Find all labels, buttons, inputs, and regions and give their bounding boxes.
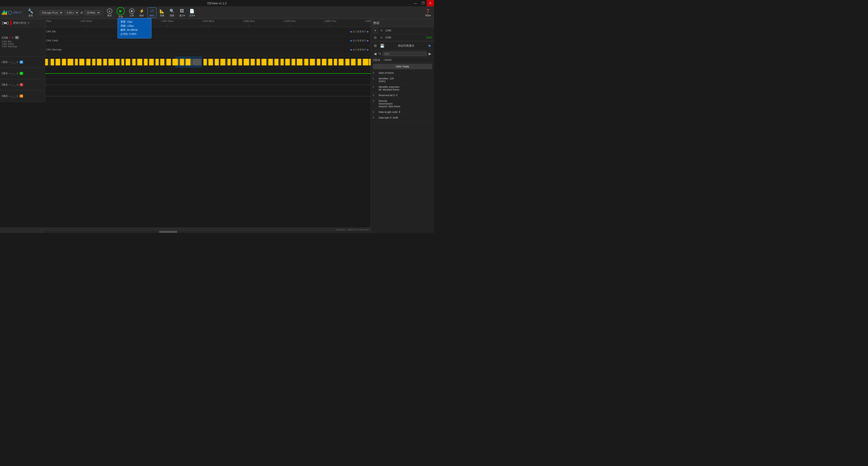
svg-rect-103 — [344, 59, 345, 65]
search-input[interactable] — [383, 52, 427, 56]
svg-rect-16 — [85, 59, 86, 65]
can-number: 0 — [12, 36, 13, 39]
measure-button[interactable]: 📐 测量 — [158, 8, 166, 18]
field-entry-0[interactable]: 0Start of frame — [371, 70, 434, 76]
field-value-2: Identifier extension bit: standard frame — [379, 86, 432, 91]
can-bits-zoom[interactable]: ◀ 放大查看细节 ▶ — [350, 30, 371, 33]
trigger-button[interactable]: ⚡ 触发 — [137, 8, 146, 18]
svg-rect-8 — [61, 59, 61, 65]
maximize-button[interactable]: ❐ — [419, 0, 427, 6]
field-entry-1[interactable]: 1Identifier: 129 (0x81) — [371, 76, 434, 84]
right-panel: 协议 + ✕ CAN ⚙ ✕ CAN 100% ⚙ 💾 协议列表显示 ➤ ◀ ▶… — [371, 19, 434, 233]
device-select[interactable]: DSLogic PLus — [39, 10, 63, 15]
svg-rect-78 — [268, 59, 273, 65]
protocol-entry-1-name: CAN — [385, 29, 432, 32]
protocol-title: 协议 — [373, 21, 379, 25]
top-label-area: 逻辑分析仪 ▼ — [0, 19, 45, 27]
field-entry-4[interactable]: 4Remote transmission request: data frame — [371, 98, 434, 109]
freq-select[interactable]: 20 MHz — [84, 10, 101, 15]
field-idx-4: 4 — [373, 99, 376, 108]
ruler: +1306.70ms+1307.00ms+1307.29ms+1307.59ms… — [45, 19, 371, 27]
ch1-wave-svg — [45, 57, 371, 68]
download-button[interactable]: 模式 — [105, 8, 114, 18]
svg-rect-104 — [345, 59, 349, 65]
field-entry-3[interactable]: 3Reserved bit 0: 0 — [371, 92, 434, 98]
search-button[interactable]: 🔍 搜索 — [168, 8, 176, 18]
svg-rect-74 — [256, 59, 260, 65]
ch3-line — [45, 85, 371, 85]
list-save-button[interactable]: 💾 — [379, 43, 385, 49]
can-bits-row: CAN: Bits ◀ 放大查看细节 ▶ — [45, 27, 371, 36]
svg-rect-28 — [120, 59, 121, 65]
svg-rect-70 — [244, 59, 249, 65]
can-fields-tab[interactable]: CAN: Fields — [373, 64, 432, 69]
close-button[interactable]: ✕ — [427, 0, 434, 6]
can-close-button[interactable]: ✕ — [379, 35, 384, 40]
close-protocol-button[interactable]: ✕ — [379, 28, 384, 33]
minimize-button[interactable]: — — [412, 0, 419, 6]
svg-rect-32 — [131, 59, 132, 65]
svg-rect-92 — [310, 59, 315, 65]
can-d-badge: D — [15, 36, 19, 39]
can-warnings-zoom[interactable]: ◀ 放大查看细节 ▶ — [350, 48, 371, 51]
field-entry-5[interactable]: 5Data length code: 8 — [371, 109, 434, 115]
can-fields-zoom[interactable]: ◀ 放大查看细节 ▶ — [350, 39, 371, 42]
svg-rect-18 — [91, 59, 92, 65]
hscroll-thumb[interactable] — [159, 231, 177, 233]
ruler-label-8: +1309.07ms — [364, 20, 371, 22]
can-red-dot — [9, 37, 11, 38]
svg-rect-5 — [51, 59, 54, 65]
tooltip-duty: 占空比: 6.90% — [121, 32, 149, 36]
list-send-button[interactable]: ➤ — [427, 43, 432, 49]
options-button[interactable]: 🔧 选项 — [26, 8, 35, 18]
svg-rect-108 — [358, 59, 361, 65]
svg-rect-27 — [116, 59, 120, 65]
ch3-wave-sym: ⌐¬_⌐_✕ — [8, 83, 19, 86]
field-entry-6[interactable]: 6Data byte 0: 0x90 — [371, 115, 434, 121]
measurement-tooltip: 宽度: +2μs 周期: +29μs 频率: 34.48KHz 占空比: 6.9… — [118, 18, 151, 38]
can-sub-warnings: CAN: Warnings — [2, 45, 45, 48]
svg-rect-106 — [351, 59, 355, 65]
svg-rect-11 — [68, 59, 73, 65]
logic-dropdown-arrow[interactable]: ▼ — [27, 22, 30, 24]
can-warnings-label: CAN: Warnings — [46, 49, 62, 51]
ruler-label-1: +1307.00ms — [80, 20, 92, 22]
svg-rect-30 — [125, 59, 125, 65]
svg-rect-13 — [75, 59, 78, 65]
svg-rect-87 — [296, 59, 296, 65]
field-entry-2[interactable]: 2Identifier extension bit: standard fram… — [371, 84, 434, 92]
zoom-text2: 放大查看细节 — [352, 39, 366, 42]
zoom-arrow-left2: ◀ — [350, 39, 352, 42]
can-bits-label: CAN: Bits — [46, 30, 56, 33]
svg-rect-24 — [107, 59, 108, 65]
svg-rect-31 — [126, 59, 130, 65]
svg-rect-95 — [321, 59, 321, 65]
help-button[interactable]: ❓ 帮助▾ — [424, 8, 432, 18]
list-settings-button[interactable]: ⚙ — [373, 43, 378, 49]
svg-rect-46 — [171, 59, 172, 65]
svg-rect-12 — [74, 59, 74, 65]
decode-button[interactable]: 〈/〉 解码 — [147, 7, 156, 18]
svg-rect-66 — [232, 59, 237, 65]
start-button[interactable]: ▶ 开始 — [115, 6, 126, 19]
svg-point-112 — [379, 53, 380, 54]
ch1-label: 1通道 ⌐¬_⌐_✕ 0 — [0, 57, 45, 68]
instant-button[interactable]: 立即 — [127, 8, 136, 18]
file-button[interactable]: 📄 文件▾ — [188, 8, 196, 18]
field-value-0: Start of frame — [379, 71, 432, 74]
svg-rect-57 — [207, 59, 208, 65]
display-button[interactable]: 🖼 显示▾ — [178, 8, 186, 18]
add-protocol-button[interactable]: + — [373, 28, 378, 33]
svg-rect-25 — [108, 59, 114, 65]
play-circle: ▶ — [117, 7, 125, 15]
ch4-badge: 3 — [20, 94, 23, 97]
time-select[interactable]: 5.00 s — [64, 10, 79, 15]
svg-rect-51 — [180, 59, 184, 65]
search-prev-button[interactable]: ◀ — [373, 51, 377, 56]
zoom-text1: 放大查看细节 — [352, 30, 366, 33]
svg-rect-21 — [97, 59, 101, 65]
svg-rect-63 — [226, 59, 227, 65]
search-next-button[interactable]: ▶ — [428, 51, 432, 56]
can-settings-button[interactable]: ⚙ — [373, 35, 378, 40]
hscroll[interactable] — [45, 230, 371, 233]
